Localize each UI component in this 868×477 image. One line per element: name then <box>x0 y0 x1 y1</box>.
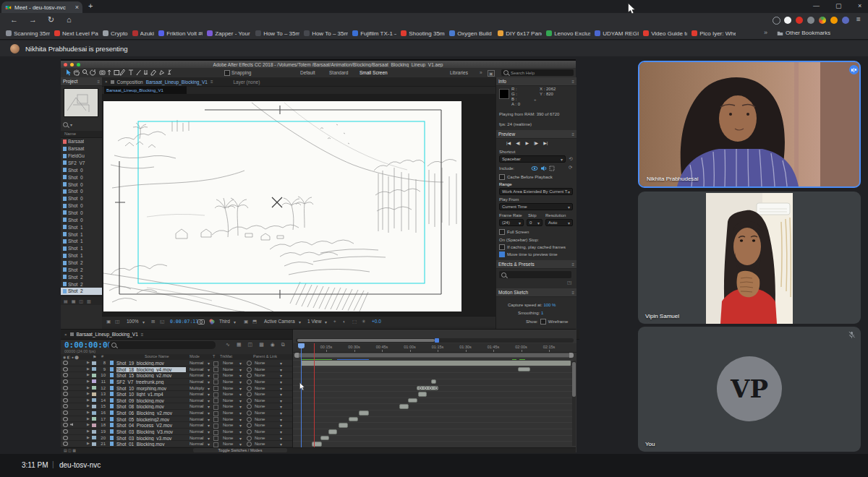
smoothing-value[interactable]: 1 <box>541 311 543 315</box>
trkmat-select[interactable]: None <box>223 386 239 390</box>
trkmat-select[interactable]: None <box>223 442 239 446</box>
viewer-subtab[interactable]: Barsaat_Lineup_Blocking_V1 <box>106 88 163 93</box>
timeline-layer-row[interactable]: ▶20Shot_03_blocking_v3.movNormal▾None▾No… <box>61 435 292 442</box>
camera-select[interactable]: Active Camera <box>264 319 295 324</box>
fast-previews-select[interactable]: Third <box>219 319 230 324</box>
mode-column[interactable]: Mode <box>190 354 200 358</box>
dropdown-caret-icon[interactable]: ▾ <box>280 379 282 384</box>
timeline-footer-icons[interactable]: ▤ ◫ ▦ <box>64 448 76 452</box>
label-swatch[interactable] <box>92 361 96 365</box>
t-switch[interactable] <box>213 367 218 372</box>
blend-mode-select[interactable]: Normal <box>190 361 207 365</box>
first-frame-button[interactable]: |◀ <box>506 140 511 145</box>
panel-menu-icon[interactable]: ≡ <box>571 80 574 84</box>
blend-mode-select[interactable]: Normal <box>190 379 207 384</box>
label-swatch[interactable] <box>92 379 96 383</box>
dropdown-caret-icon[interactable]: ▾ <box>280 386 282 391</box>
project-item[interactable]: Shot_1 <box>61 238 102 245</box>
effects-panel-title[interactable]: Effects & Presets <box>498 262 535 267</box>
skip-select[interactable]: 0▾ <box>527 219 542 226</box>
dropdown-caret-icon[interactable]: ▾ <box>208 436 210 441</box>
region-of-interest-icon[interactable]: ▣ <box>244 319 248 325</box>
extension-icon[interactable] <box>773 17 780 25</box>
bookmark-item[interactable]: Video Guide to Negati... <box>643 30 687 37</box>
workspace-tab-libraries[interactable]: Libraries <box>450 70 468 75</box>
expand-arrow-icon[interactable]: ▶ <box>87 379 90 383</box>
visibility-eye-icon[interactable] <box>63 398 68 403</box>
label-swatch[interactable] <box>92 367 96 371</box>
project-item[interactable]: Barsaat <box>61 138 102 145</box>
label-swatch[interactable] <box>92 442 96 446</box>
bookmark-item[interactable]: Lenovo Exclusive Stor... <box>546 30 590 37</box>
project-footer-icon[interactable]: ▦ <box>72 298 76 304</box>
shortcut-select[interactable]: Spacebar▾ <box>499 155 566 163</box>
visibility-eye-icon[interactable] <box>63 417 68 421</box>
dropdown-caret-icon[interactable]: ▾ <box>280 411 282 416</box>
move-time-checkbox[interactable] <box>499 252 505 257</box>
work-area-handle[interactable] <box>294 353 299 358</box>
graph-vscroll-thumb[interactable] <box>572 362 576 397</box>
visibility-eye-icon[interactable] <box>63 386 68 390</box>
parent-pickwhip-icon[interactable] <box>247 404 252 409</box>
blend-mode-select[interactable]: Normal <box>190 417 207 421</box>
trkmat-select[interactable]: None <box>223 373 239 377</box>
expand-arrow-icon[interactable]: ▶ <box>87 435 90 439</box>
label-swatch[interactable] <box>92 386 96 390</box>
timeline-layer-row[interactable]: ▶14Shot_09_blocking.movNormal▾None▾None▾ <box>61 398 292 404</box>
timeline-layer-row[interactable]: ▶17Shot_05_blockeing2.movNormal▾None▾Non… <box>61 416 292 423</box>
label-swatch[interactable] <box>92 398 96 402</box>
dropdown-caret-icon[interactable]: ▾ <box>239 404 242 409</box>
dropdown-caret-icon[interactable]: ▾ <box>280 367 282 372</box>
blend-mode-select[interactable]: Normal <box>190 442 207 446</box>
t-switch[interactable] <box>213 442 218 447</box>
label-swatch[interactable] <box>92 392 96 396</box>
workspace-tab-small-screen[interactable]: Small Screen <box>359 70 388 75</box>
keyframe-marker[interactable] <box>419 387 422 390</box>
dropdown-caret-icon[interactable]: ▾ <box>280 373 282 378</box>
expand-arrow-icon[interactable]: ▶ <box>87 391 90 395</box>
t-switch[interactable] <box>213 374 218 379</box>
dropdown-caret-icon[interactable]: ▾ <box>239 398 242 403</box>
project-item[interactable]: Shot_0 <box>61 173 102 181</box>
parent-select[interactable]: None <box>255 361 276 365</box>
layer-tab[interactable]: Layer (none) <box>233 80 260 85</box>
layer-bar[interactable] <box>328 429 337 434</box>
timeline-layer-row[interactable]: ▶21Shot_01_Blocking.movNormal▾None▾None▾ <box>61 441 292 447</box>
layer-bar[interactable] <box>518 367 530 372</box>
wireframe-checkbox[interactable] <box>540 319 546 325</box>
expand-arrow-icon[interactable]: ▶ <box>87 429 90 433</box>
dropdown-caret-icon[interactable]: ▾ <box>208 392 210 397</box>
project-item[interactable]: Shot_1 <box>61 245 102 252</box>
project-item[interactable]: Shot_0 <box>61 216 102 223</box>
draft3d-icon[interactable]: ▦ <box>237 342 242 348</box>
parent-pickwhip-icon[interactable] <box>247 442 252 447</box>
visibility-eye-icon[interactable] <box>63 392 68 396</box>
next-frame-button[interactable]: |▶ <box>534 140 538 145</box>
bookmark-item[interactable]: How To – 35mm Pano... <box>255 30 299 37</box>
dropdown-caret-icon[interactable]: ▾ <box>239 417 242 422</box>
playhead-handle[interactable] <box>298 343 305 348</box>
dropdown-caret-icon[interactable]: ▾ <box>208 417 210 422</box>
blend-mode-select[interactable]: Normal <box>190 373 207 377</box>
dropdown-caret-icon[interactable]: ▾ <box>280 417 282 422</box>
workspace-tab-default[interactable]: Default <box>300 70 315 75</box>
dropdown-caret-icon[interactable]: ▾ <box>280 423 282 428</box>
dropdown-caret-icon[interactable]: ▾ <box>239 373 242 378</box>
dropdown-caret-icon[interactable]: ▾ <box>280 442 282 447</box>
snapping-checkbox[interactable] <box>224 70 230 76</box>
layer-name[interactable]: Shot_10_morphing.mov <box>116 386 186 391</box>
project-item[interactable]: Shot_0 <box>61 166 102 173</box>
bookmark-item[interactable]: Oxygen Build Notes - ... <box>449 30 493 37</box>
mac-close-button[interactable] <box>64 63 67 66</box>
project-item[interactable]: Shot_0 <box>61 210 102 217</box>
panel-close-icon[interactable]: × <box>105 80 108 84</box>
blend-mode-select[interactable]: Normal <box>190 404 207 408</box>
label-swatch[interactable] <box>92 417 96 421</box>
layer-name[interactable]: SF2_V7_treetrunk.png <box>116 379 186 384</box>
range-select[interactable]: Work Area Extended By Current T...▾ <box>499 188 573 195</box>
expand-arrow-icon[interactable]: ▶ <box>87 385 90 390</box>
expand-arrow-icon[interactable]: ▶ <box>87 372 90 377</box>
trkmat-select[interactable]: None <box>223 404 239 408</box>
visibility-eye-icon[interactable] <box>63 442 68 446</box>
include-icons[interactable] <box>531 166 556 171</box>
